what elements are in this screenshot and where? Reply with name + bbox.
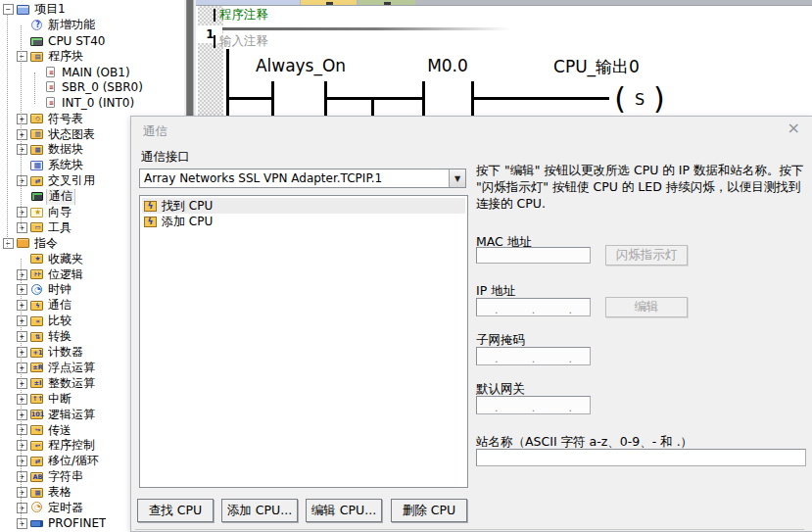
tree-item[interactable]: −项目1 xyxy=(0,2,184,18)
ip-dot: . xyxy=(532,404,536,413)
add-cpu-button[interactable]: 添加 CPU... xyxy=(221,499,298,522)
folder-data-icon: ▦ xyxy=(30,144,45,156)
expand-icon[interactable]: + xyxy=(17,503,27,513)
delete-cpu-button[interactable]: 删除 CPU xyxy=(391,499,467,522)
expand-icon[interactable]: + xyxy=(17,129,27,140)
page-icon: ≡ xyxy=(44,67,59,78)
folder-xref-icon: ⇄ xyxy=(30,175,45,187)
expand-icon[interactable]: + xyxy=(17,331,27,342)
tree-item[interactable]: CPU ST40 xyxy=(0,33,184,49)
folder-table-icon: ▦ xyxy=(30,487,45,499)
tree-item[interactable]: ≡SBR_0 (SBR0) xyxy=(0,79,184,95)
collapse-icon[interactable]: − xyxy=(3,238,14,249)
edit-cpu-button[interactable]: 编辑 CPU... xyxy=(306,499,382,522)
contact-bar[interactable] xyxy=(324,81,327,116)
cpu-icon xyxy=(30,35,45,47)
expand-icon[interactable]: + xyxy=(17,456,27,466)
tab-strip-blue xyxy=(196,0,300,5)
collapse-icon[interactable]: − xyxy=(3,4,14,15)
expand-icon[interactable]: + xyxy=(17,284,27,295)
expand-icon[interactable]: + xyxy=(17,300,27,311)
expand-icon[interactable]: + xyxy=(17,144,27,155)
program-comment[interactable]: 程序注释 xyxy=(219,7,268,24)
set-coil[interactable]: ( S ) xyxy=(605,82,674,116)
ip-dot: . xyxy=(532,306,536,315)
tree-item-label: 项目1 xyxy=(34,2,66,18)
chevron-down-icon[interactable]: ▼ xyxy=(449,169,465,187)
expand-icon[interactable]: + xyxy=(17,222,27,233)
selected-interface-value: Array Networks SSL VPN Adapter.TCPIP.1 xyxy=(140,169,449,187)
tree-item-label: 收藏夹 xyxy=(48,251,83,266)
tree-item-label: 计数器 xyxy=(48,345,83,361)
cpu-folder-icon: ϟ xyxy=(144,217,157,227)
dialog-footer-divider xyxy=(135,529,804,530)
folder-move-icon: ↪ xyxy=(30,424,45,436)
expand-icon[interactable]: + xyxy=(17,424,27,435)
tree-item[interactable]: −▤程序块 xyxy=(0,49,184,65)
tree-connector xyxy=(21,259,22,524)
page-icon: ≡ xyxy=(44,81,59,93)
folder-shift-icon: ⇄ xyxy=(30,456,45,467)
comment-separator xyxy=(212,27,510,30)
tree-item-label: PROFINET xyxy=(48,516,106,530)
tree-item-label: 比较 xyxy=(48,314,72,329)
expand-icon[interactable]: + xyxy=(17,363,27,373)
ip-address-field: ... xyxy=(476,298,591,316)
expand-icon[interactable]: + xyxy=(17,518,27,529)
folder-integer-icon: ±I xyxy=(30,377,45,389)
expand-icon[interactable]: + xyxy=(17,471,27,482)
communication-interface-select[interactable]: Array Networks SSL VPN Adapter.TCPIP.1 ▼ xyxy=(139,169,466,188)
ip-dot: . xyxy=(569,355,573,364)
expand-icon[interactable]: + xyxy=(17,114,27,124)
expand-icon[interactable]: + xyxy=(17,378,27,389)
cpu-list-item[interactable]: ϟ添加 CPU xyxy=(142,214,465,229)
monitor-icon xyxy=(30,191,45,203)
collapse-icon[interactable]: − xyxy=(17,51,27,62)
cpu-list[interactable]: ϟ找到 CPUϟ添加 CPU xyxy=(139,195,468,488)
contact-label[interactable]: M0.0 xyxy=(399,56,497,75)
station-name-input[interactable] xyxy=(476,449,806,466)
tree-item-label: 整数运算 xyxy=(48,375,95,391)
tree-item-label: MAIN (OB1) xyxy=(62,66,130,79)
expand-icon[interactable]: + xyxy=(17,207,27,218)
tree-item[interactable]: ≡INT_0 (INT0) xyxy=(0,95,184,111)
tree-item-label: 时钟 xyxy=(48,282,72,298)
expand-icon[interactable]: + xyxy=(17,394,27,405)
tree-connector xyxy=(34,73,35,104)
contact-label[interactable]: Always_On xyxy=(250,56,352,75)
find-cpu-button[interactable]: 查找 CPU xyxy=(137,499,214,522)
tree-item-label: SBR_0 (SBR0) xyxy=(62,80,143,94)
coil-label[interactable]: CPU_输出0 xyxy=(544,56,649,78)
folder-program-icon: ▤ xyxy=(30,51,45,63)
expand-icon[interactable]: + xyxy=(17,410,27,420)
folder-instructions-icon xyxy=(17,237,31,249)
tree-item-label: 位逻辑 xyxy=(48,266,83,282)
expand-icon[interactable]: + xyxy=(17,347,27,358)
expand-icon[interactable]: + xyxy=(17,175,27,186)
cpu-list-item[interactable]: ϟ找到 CPU xyxy=(142,198,465,214)
tree-item-label: 向导 xyxy=(48,205,72,220)
contact-bar[interactable] xyxy=(471,81,474,116)
tree-item-label: 通信 xyxy=(48,298,72,314)
contact-bar[interactable] xyxy=(271,81,274,116)
tree-item-label: 表格 xyxy=(48,485,72,501)
tree-item[interactable]: ≡MAIN (OB1) xyxy=(0,65,184,80)
expand-icon[interactable]: + xyxy=(17,440,27,451)
tree-item-label: 系统块 xyxy=(48,158,83,173)
tree-item-label: 交叉引用 xyxy=(48,173,95,189)
expand-icon[interactable]: + xyxy=(17,269,27,280)
coil-paren-right: ) xyxy=(653,84,665,114)
expand-icon[interactable]: + xyxy=(17,487,27,498)
ip-dot: . xyxy=(495,306,499,315)
contact-bar[interactable] xyxy=(422,81,425,116)
folder-tools-icon: ▭ xyxy=(30,221,45,233)
branch-wire xyxy=(371,97,374,116)
tree-item-label: 移位/循环 xyxy=(48,454,99,469)
network-comment[interactable]: 输入注释 xyxy=(219,33,268,50)
folder-bitlogic-icon: ⊦⊦ xyxy=(30,268,45,280)
rung-wire xyxy=(227,97,272,100)
tree-item-label: 符号表 xyxy=(48,111,83,126)
close-icon[interactable]: × xyxy=(788,121,800,136)
expand-icon[interactable]: + xyxy=(17,315,27,326)
tree-item[interactable]: ?新增功能 xyxy=(0,18,184,33)
